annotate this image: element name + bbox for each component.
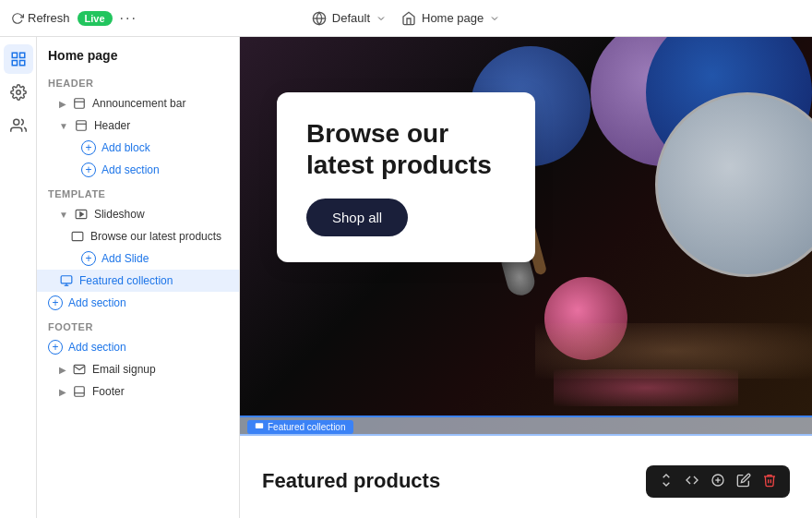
sections-button[interactable] — [4, 44, 33, 74]
chevron-right-icon: ▶ — [59, 99, 66, 109]
move-horizontal-icon[interactable] — [681, 471, 703, 492]
edit-icon[interactable] — [733, 471, 755, 492]
chevron-down-icon — [376, 13, 387, 24]
default-label: Default — [332, 11, 370, 25]
svg-rect-8 — [75, 99, 85, 109]
home-page-selector[interactable]: Home page — [401, 11, 500, 26]
featured-tag: Featured collection — [247, 420, 353, 434]
topbar-center: Default Home page — [312, 11, 500, 26]
topbar: Refresh Live ··· Default Home page — [0, 0, 812, 37]
gear-icon — [10, 84, 27, 101]
slideshow-item[interactable]: ▼ Slideshow — [37, 203, 239, 225]
slideshow-label: Slideshow — [94, 208, 145, 221]
email-signup-label: Email signup — [92, 363, 156, 376]
hero-title: Browse our latest products — [306, 118, 506, 180]
chevron-right-icon3: ▶ — [59, 387, 66, 397]
announcement-bar-label: Announcement bar — [92, 97, 185, 110]
settings-button[interactable] — [4, 78, 33, 107]
chevron-down-icon: ▼ — [59, 121, 68, 131]
footer-item[interactable]: ▶ Footer — [37, 380, 239, 403]
featured-collection-item[interactable]: Featured collection — [37, 270, 239, 292]
default-selector[interactable]: Default — [312, 11, 387, 26]
slide-icon — [70, 229, 85, 244]
svg-point-7 — [13, 119, 18, 125]
header-section-label: Header — [37, 70, 239, 92]
preview-inner: Browse our latest products Shop all Feat… — [240, 37, 812, 518]
more-button[interactable]: ··· — [120, 10, 137, 27]
plus-icon4: + — [48, 295, 63, 310]
chevron-down-icon3: ▼ — [59, 210, 68, 220]
topbar-left: Refresh Live ··· — [11, 10, 304, 27]
add-slide-label: Add Slide — [102, 252, 149, 265]
add-block-label: Add block — [102, 141, 150, 154]
move-vertical-icon[interactable] — [655, 471, 677, 492]
svg-rect-15 — [61, 276, 72, 283]
plus-icon3: + — [81, 251, 96, 266]
svg-rect-3 — [19, 53, 24, 57]
footer-section-label: Footer — [37, 314, 239, 336]
hero-content-card: Browse our latest products Shop all — [277, 92, 535, 262]
add-section-footer-item[interactable]: + Add section — [37, 336, 239, 358]
panel-title: Home page — [37, 37, 239, 70]
svg-marker-13 — [80, 212, 84, 217]
live-badge: Live — [78, 11, 113, 26]
home-icon — [401, 11, 416, 26]
svg-rect-2 — [12, 53, 17, 57]
main-layout: Home page Header ▶ Announcement bar ▼ He… — [0, 37, 812, 518]
plus-icon5: + — [48, 340, 63, 355]
add-block-item[interactable]: + Add block — [37, 137, 239, 159]
footer-icon — [72, 384, 87, 399]
featured-collection-label: Featured collection — [79, 274, 173, 287]
users-button[interactable] — [4, 111, 33, 140]
add-section-header-label: Add section — [102, 163, 160, 176]
add-section-header-item[interactable]: + Add section — [37, 159, 239, 181]
header-label: Header — [94, 119, 130, 132]
email-signup-item[interactable]: ▶ Email signup — [37, 358, 239, 380]
shop-all-button[interactable]: Shop all — [306, 199, 408, 236]
left-panel: Home page Header ▶ Announcement bar ▼ He… — [37, 37, 240, 518]
header-item[interactable]: ▼ Header — [37, 114, 239, 137]
browse-latest-item[interactable]: Browse our latest products — [37, 225, 239, 247]
add-section-template-label: Add section — [68, 296, 126, 309]
svg-rect-14 — [72, 232, 83, 240]
announcement-bar-item[interactable]: ▶ Announcement bar — [37, 92, 239, 114]
chevron-right-icon2: ▶ — [59, 365, 66, 375]
email-icon — [72, 362, 87, 377]
chevron-down-icon2 — [489, 13, 500, 24]
footer-label: Footer — [92, 385, 125, 398]
svg-rect-4 — [19, 61, 24, 66]
users-icon — [10, 117, 27, 134]
featured-products-bar: Featured products — [240, 436, 812, 518]
refresh-icon — [11, 12, 24, 25]
hero-section: Browse our latest products Shop all — [240, 37, 812, 434]
plus-icon2: + — [81, 163, 96, 177]
icon-sidebar — [0, 37, 37, 518]
featured-products-title: Featured products — [262, 469, 440, 493]
add-slide-item[interactable]: + Add Slide — [37, 247, 239, 270]
template-section-label: Template — [37, 181, 239, 203]
layout-icon — [72, 96, 87, 111]
slideshow-icon — [74, 207, 89, 222]
edit-toolbar — [646, 465, 790, 498]
home-page-label: Home page — [422, 11, 484, 25]
plus-icon: + — [81, 140, 96, 155]
collection-tag-icon — [255, 422, 264, 431]
svg-rect-18 — [75, 387, 85, 397]
collection-icon — [59, 273, 74, 288]
add-section-template-item[interactable]: + Add section — [37, 292, 239, 314]
featured-bar: Featured collection — [240, 416, 812, 436]
featured-section: Featured collection Featured products — [240, 434, 812, 518]
svg-rect-10 — [77, 121, 87, 131]
svg-rect-20 — [256, 423, 263, 428]
svg-rect-5 — [12, 61, 17, 66]
refresh-label: Refresh — [28, 11, 70, 25]
add-section-icon[interactable] — [707, 471, 729, 492]
preview-area: Browse our latest products Shop all Feat… — [240, 37, 812, 518]
delete-icon[interactable] — [758, 471, 781, 492]
browse-latest-label: Browse our latest products — [90, 230, 221, 243]
layout-icon2 — [74, 118, 89, 133]
refresh-button[interactable]: Refresh — [11, 11, 70, 25]
svg-point-6 — [16, 90, 20, 95]
globe-icon — [312, 11, 327, 26]
add-section-footer-label: Add section — [68, 341, 126, 354]
